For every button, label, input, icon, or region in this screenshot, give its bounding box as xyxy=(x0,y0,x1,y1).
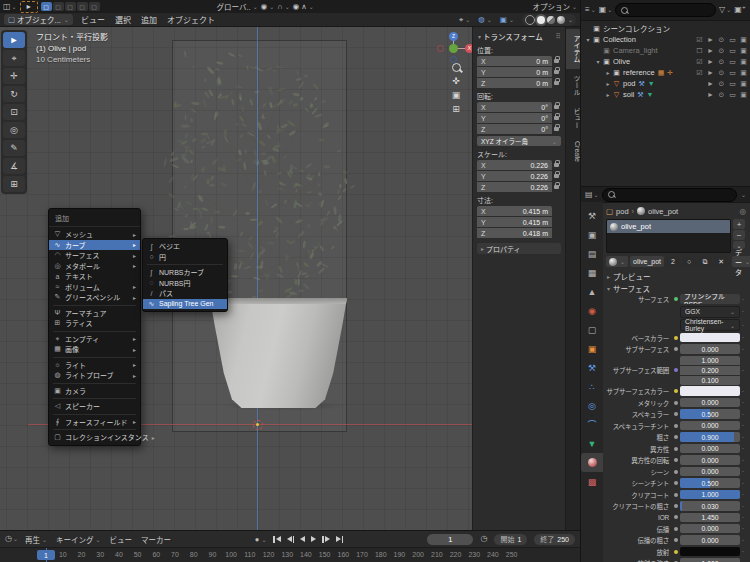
material-name-field[interactable]: olive_pot xyxy=(630,256,664,267)
outliner-row-シーンコレクション[interactable]: ▣シーンコレクション xyxy=(581,23,750,34)
cursor-tool[interactable]: ⌖ xyxy=(3,50,25,66)
slider-field[interactable]: 0.900 xyxy=(680,432,740,442)
navigation-gizmo[interactable]: Z X xyxy=(433,31,475,63)
menu-object[interactable]: オブジェクト xyxy=(167,14,215,25)
color-swatch[interactable] xyxy=(680,386,740,396)
properties-tab-render[interactable]: ▣ xyxy=(581,225,603,244)
measure-tool[interactable]: ∡ xyxy=(3,158,25,174)
data-source-dropdown[interactable]: データ⌄ xyxy=(732,256,750,267)
camera-icon[interactable]: ▣ xyxy=(739,80,748,88)
current-frame-field[interactable]: 1 xyxy=(427,534,473,545)
lock-icon[interactable] xyxy=(552,59,561,63)
eye-icon[interactable]: ⊙ xyxy=(717,91,726,99)
transform-panel-header[interactable]: ▾トランスフォーム⠿ xyxy=(477,30,561,42)
preview-panel-header[interactable]: ▸プレビュー xyxy=(606,270,746,282)
options-dropdown[interactable]: オプション⌄ xyxy=(532,1,577,12)
shading-wireframe-button[interactable] xyxy=(525,15,535,25)
properties-tab-view-layer[interactable]: ▦ xyxy=(581,263,603,282)
outliner-row-Olive[interactable]: ▾▣Olive☑►⊙▭▣ xyxy=(581,56,750,67)
annotate-tool[interactable]: ✎ xyxy=(3,140,25,156)
new-material-button[interactable]: ⧉ xyxy=(698,256,712,267)
frame-start-field[interactable]: 開始1 xyxy=(494,534,527,545)
menu-add[interactable]: 追加 xyxy=(141,14,157,25)
perspective-toggle-icon[interactable]: ⊞ xyxy=(452,105,460,114)
arrow-icon[interactable]: ► xyxy=(706,36,715,44)
curve-submenu-item-パス[interactable]: /パス xyxy=(143,288,227,299)
rotation-y[interactable]: Y0° xyxy=(477,113,561,123)
slider-field[interactable]: 0.030 xyxy=(680,501,740,511)
npanel-tab-ツール[interactable]: ツール xyxy=(566,69,580,102)
lock-icon[interactable] xyxy=(552,174,561,178)
select-box-tool[interactable]: ► xyxy=(3,32,25,48)
material-slot-selected[interactable]: olive_pot xyxy=(607,220,730,233)
lock-icon[interactable] xyxy=(552,116,561,120)
curve-submenu-item-ベジエ[interactable]: ʃベジエ xyxy=(143,241,227,252)
rotation-mode-dropdown[interactable]: XYZ オイラー角⌄ xyxy=(477,136,561,146)
properties-tab-material[interactable] xyxy=(581,453,603,472)
check-icon[interactable]: ☑ xyxy=(695,58,704,66)
uncheck-icon[interactable]: ☐ xyxy=(695,47,704,55)
select-mode-4[interactable]: ▢ xyxy=(89,2,100,11)
screen-icon[interactable]: ▭ xyxy=(728,69,737,77)
properties-tab-object[interactable]: ▣ xyxy=(581,339,603,358)
add-menu-item-ラティス[interactable]: ⊞ラティス xyxy=(49,318,140,329)
add-menu-item-グリースペンシル[interactable]: ✎グリースペンシル▸ xyxy=(49,292,140,303)
rotation-x[interactable]: X0° xyxy=(477,102,561,112)
add-menu-item-エンプティ[interactable]: ⌖エンプティ▸ xyxy=(49,334,140,345)
color-swatch[interactable] xyxy=(680,547,740,557)
timeline-menu-ビュー[interactable]: ビュー xyxy=(110,534,133,545)
properties-options-dropdown[interactable]: ⌄ xyxy=(741,191,746,198)
dimension-x[interactable]: X0.415 m xyxy=(477,206,561,216)
slider-field[interactable]: 1.000 xyxy=(680,490,740,500)
sss-method-dropdown[interactable]: Christensen-Burley⌄ xyxy=(680,319,740,331)
slider-field[interactable]: 0.000 xyxy=(680,444,740,454)
properties-tab-modifiers[interactable]: ⚒ xyxy=(581,358,603,377)
slider-field[interactable]: 0.000 xyxy=(680,535,740,545)
users-count-button[interactable]: 2 xyxy=(666,256,680,267)
lock-icon[interactable] xyxy=(552,70,561,74)
outliner-row-Camera_light[interactable]: ▣Camera_light☐►⊙▭▣ xyxy=(581,45,750,56)
add-menu-item-メッシュ[interactable]: ▽メッシュ▸ xyxy=(49,229,140,240)
color-swatch[interactable] xyxy=(680,333,740,343)
scale-x[interactable]: X0.226 xyxy=(477,160,561,170)
properties-tab-collection[interactable]: ▢ xyxy=(581,320,603,339)
timeline-menu-再生[interactable]: 再生⌄ xyxy=(25,534,47,545)
pot-object[interactable] xyxy=(210,298,347,408)
distribution-dropdown[interactable]: GGX⌄ xyxy=(680,306,740,318)
shading-dropdown[interactable]: ⌄ xyxy=(568,16,573,23)
mode-dropdown[interactable]: ▢オブジェク...⌄ xyxy=(4,14,73,25)
current-frame-badge[interactable]: 1 xyxy=(37,550,55,560)
arrow-icon[interactable]: ► xyxy=(706,69,715,77)
add-menu-item-アーマチュア[interactable]: Ψアーマチュア xyxy=(49,308,140,319)
screen-icon[interactable]: ▭ xyxy=(728,91,737,99)
curve-submenu-item-NURBS円[interactable]: ◌NURBS円 xyxy=(143,278,227,289)
select-mode-0[interactable]: ▢ xyxy=(41,2,52,11)
properties-tab-physics[interactable]: ◎ xyxy=(581,396,603,415)
eye-icon[interactable]: ⊙ xyxy=(717,58,726,66)
snap-toggle[interactable]: ∩⌄ xyxy=(277,2,289,11)
lock-icon[interactable] xyxy=(552,105,561,109)
screen-icon[interactable]: ▭ xyxy=(728,80,737,88)
filter-icon[interactable]: ▽⌄ xyxy=(719,6,731,14)
scale-z[interactable]: Z0.226 xyxy=(477,182,561,192)
npanel-tab-アイテム[interactable]: アイテム xyxy=(566,29,580,69)
screen-icon[interactable]: ▭ xyxy=(728,58,737,66)
new-collection-button[interactable]: ▣⁺ xyxy=(734,6,746,14)
menu-select[interactable]: 選択 xyxy=(115,14,131,25)
add-menu-item-カメラ[interactable]: ▣カメラ xyxy=(49,386,140,397)
value-field[interactable]: 1.000 xyxy=(680,558,740,562)
previous-keyframe-button[interactable] xyxy=(287,536,295,543)
move-tool[interactable]: ✛ xyxy=(3,68,25,84)
lock-icon[interactable] xyxy=(552,127,561,131)
add-menu-item-ライト[interactable]: ☼ライト▸ xyxy=(49,360,140,371)
active-tool-icon[interactable]: ► xyxy=(20,1,38,13)
value-field[interactable]: 1.450 xyxy=(680,513,740,523)
timeline-menu-マーカー[interactable]: マーカー xyxy=(141,534,171,545)
editor-type-icon[interactable]: ◫⌄ xyxy=(3,3,17,11)
rotate-tool[interactable]: ↻ xyxy=(3,86,25,102)
slider-field[interactable]: 0.000 xyxy=(680,421,740,431)
gizmo-toggle[interactable]: ⌖⌄ xyxy=(459,15,470,25)
arrow-icon[interactable]: ► xyxy=(706,47,715,55)
outliner-row-pod[interactable]: ▸▽pod⚒▼►⊙▭▣ xyxy=(581,78,750,89)
slider-field[interactable]: 0.000 xyxy=(680,398,740,408)
